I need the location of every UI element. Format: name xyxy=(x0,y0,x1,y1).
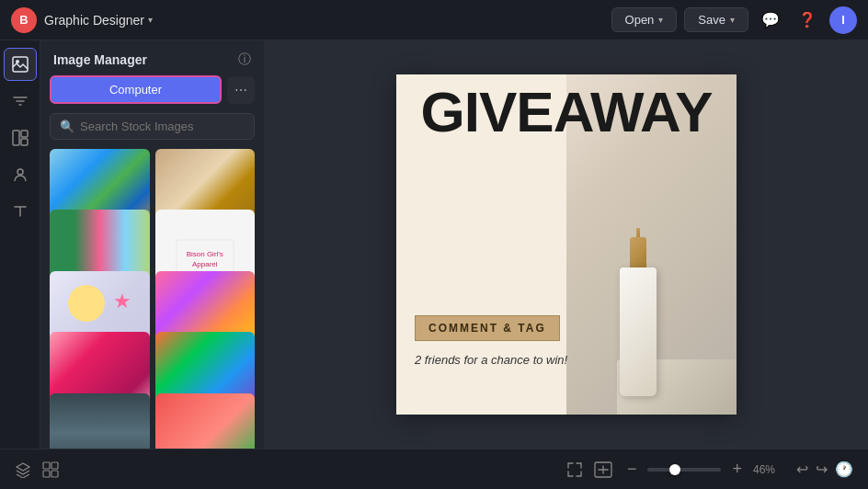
topbar: B Graphic Designer ▾ Open ▾ Save ▾ 💬 ❓ I xyxy=(0,0,868,40)
app-name-label: Graphic Designer xyxy=(44,13,144,28)
svg-rect-9 xyxy=(51,471,58,477)
zoom-level: 46% xyxy=(753,463,785,476)
info-icon[interactable]: ⓘ xyxy=(238,51,251,68)
bottom-right-icons: ↩ ↪ 🕐 xyxy=(796,461,853,478)
canvas-title: GIVEAWAY xyxy=(396,84,737,141)
panel-title: Image Manager xyxy=(53,52,147,67)
comment-icon[interactable]: 💬 xyxy=(756,6,785,35)
panel-header: Image Manager ⓘ xyxy=(40,40,264,75)
zoom-controls: − + 46% xyxy=(623,458,785,481)
svg-rect-8 xyxy=(43,471,50,477)
zoom-in-button[interactable]: + xyxy=(728,458,746,481)
canvas-area: GIVEAWAY COMMENT & TAG 2 friends for a c… xyxy=(265,40,868,449)
sidebar-item-users[interactable] xyxy=(4,158,37,191)
svg-rect-2 xyxy=(13,131,19,145)
redo-icon[interactable]: ↪ xyxy=(816,461,828,478)
grid-icon[interactable] xyxy=(42,461,59,478)
list-item[interactable] xyxy=(155,393,256,449)
tab-computer[interactable]: Computer xyxy=(50,75,222,104)
sidebar-item-layout[interactable] xyxy=(4,121,37,154)
main-area: Image Manager ⓘ Computer ⋯ 🔍 Bison Girl'… xyxy=(0,40,868,449)
svg-point-5 xyxy=(17,169,23,175)
list-item[interactable] xyxy=(50,393,150,449)
chevron-down-icon: ▾ xyxy=(658,15,663,25)
svg-rect-6 xyxy=(43,462,50,469)
zoom-out-button[interactable]: − xyxy=(623,458,641,481)
save-button[interactable]: Save ▾ xyxy=(684,7,748,32)
svg-rect-4 xyxy=(21,139,28,145)
sidebar-item-text[interactable] xyxy=(4,195,37,228)
fit-icon[interactable] xyxy=(594,461,612,478)
svg-rect-7 xyxy=(51,462,58,469)
svg-rect-3 xyxy=(21,131,28,137)
comment-tag: COMMENT & TAG xyxy=(415,315,560,341)
expand-icon[interactable] xyxy=(566,461,583,478)
layers-icon[interactable] xyxy=(15,461,31,478)
design-canvas[interactable]: GIVEAWAY COMMENT & TAG 2 friends for a c… xyxy=(396,74,737,415)
tab-more-button[interactable]: ⋯ xyxy=(227,76,255,104)
serum-bottle xyxy=(611,231,666,396)
bottom-bar: − + 46% ↩ ↪ 🕐 xyxy=(0,449,868,489)
undo-icon[interactable]: ↩ xyxy=(796,461,808,478)
side-panel: Image Manager ⓘ Computer ⋯ 🔍 Bison Girl'… xyxy=(40,40,265,449)
open-label: Open xyxy=(625,13,655,27)
search-input[interactable] xyxy=(80,119,245,133)
sidebar-item-filters[interactable] xyxy=(4,85,37,118)
image-grid: Bison Girl'sApparel ★ ★ xyxy=(40,149,264,449)
open-button[interactable]: Open ▾ xyxy=(611,7,678,32)
save-label: Save xyxy=(698,13,725,27)
app-name-dropdown[interactable]: Graphic Designer ▾ xyxy=(44,13,153,28)
friends-text: 2 friends for a chance to win! xyxy=(415,353,567,367)
chevron-down-icon: ▾ xyxy=(148,15,153,25)
history-icon[interactable]: 🕐 xyxy=(835,461,853,478)
panel-tabs: Computer ⋯ xyxy=(40,75,264,113)
zoom-slider[interactable] xyxy=(647,468,721,472)
sidebar-item-images[interactable] xyxy=(4,48,37,81)
zoom-thumb xyxy=(669,464,680,475)
search-icon: 🔍 xyxy=(60,119,74,133)
more-icon: ⋯ xyxy=(234,83,247,97)
icon-rail xyxy=(0,40,40,449)
avatar[interactable]: I xyxy=(829,6,857,34)
app-logo: B xyxy=(11,7,37,33)
search-bar[interactable]: 🔍 xyxy=(50,113,255,140)
chevron-down-icon: ▾ xyxy=(730,15,735,25)
help-icon[interactable]: ❓ xyxy=(793,6,822,35)
